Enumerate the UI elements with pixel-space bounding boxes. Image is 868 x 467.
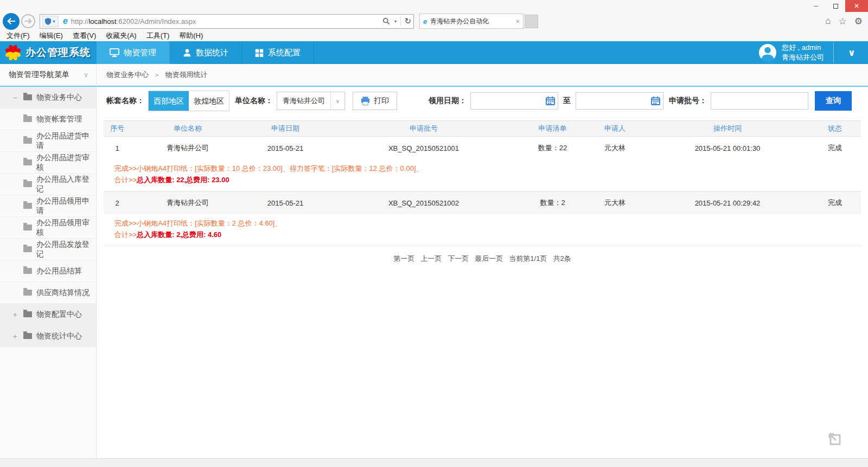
- sidebar-title: 物资管理导航菜单: [9, 70, 69, 80]
- address-divider: [400, 16, 401, 26]
- pagination-prev[interactable]: 上一页: [420, 254, 442, 264]
- search-icon[interactable]: [382, 17, 390, 25]
- nav-item-label: 系统配置: [268, 48, 301, 58]
- minimize-button[interactable]: ─: [806, 0, 826, 12]
- sidebar-item-purchase-audit[interactable]: 办公用品进货审核: [0, 152, 96, 174]
- nav-item-materials[interactable]: 物资管理: [97, 41, 170, 64]
- menu-tools[interactable]: 工具(T): [146, 31, 170, 41]
- pagination-last[interactable]: 最后一页: [475, 254, 503, 264]
- blocks-icon: [255, 48, 264, 57]
- search-button[interactable]: 查询: [815, 91, 852, 111]
- back-button[interactable]: [3, 13, 20, 30]
- expand-sign: +: [11, 332, 19, 341]
- nav-item-system-config[interactable]: 系统配置: [242, 41, 314, 64]
- cell-op-time: 2015-05-21 00:29:42: [646, 199, 809, 207]
- tab-favicon-icon: e: [423, 17, 427, 25]
- security-zone-button[interactable]: ▼: [42, 16, 59, 27]
- browser-menubar: 文件(F) 编辑(E) 查看(V) 收藏夹(A) 工具(T) 帮助(H): [0, 30, 868, 41]
- cell-batch-no: XB_SQ_20150521002: [326, 199, 521, 207]
- breadcrumb-parent[interactable]: 物资业务中心: [106, 70, 149, 80]
- user-divider: [833, 42, 834, 63]
- unit-name-label: 单位名称：: [235, 96, 273, 106]
- folder-icon: [23, 311, 32, 317]
- print-button[interactable]: 打印: [353, 92, 397, 110]
- star-icon[interactable]: ☆: [839, 16, 847, 27]
- sidebar-item-settlement[interactable]: 办公用品结算: [0, 260, 96, 282]
- user-menu[interactable]: 您好 , admin 青海钻井公司 ∨: [758, 41, 868, 64]
- detail-total-prefix: 合计>>: [114, 231, 137, 239]
- folder-icon: [23, 290, 32, 296]
- menu-file[interactable]: 文件(F): [7, 31, 30, 41]
- cell-apply-list: 数量：22: [521, 143, 584, 153]
- sidebar-chevron-down-icon: ∨: [84, 71, 88, 79]
- cell-apply-list: 数量：2: [521, 198, 584, 208]
- url-text: http://localhost:62002/Admin/Index.aspx: [71, 17, 196, 25]
- folder-icon: [23, 116, 32, 122]
- menu-help[interactable]: 帮助(H): [179, 31, 203, 41]
- home-icon[interactable]: ⌂: [825, 16, 831, 27]
- filter-bar: 帐套名称： 西部地区 敦煌地区 单位名称： 青海钻井公司 ∨ 打印 领用日期：: [97, 87, 868, 115]
- tab-west-region[interactable]: 西部地区: [149, 91, 189, 111]
- folder-icon: [23, 203, 32, 209]
- batch-no-field[interactable]: [711, 92, 808, 110]
- sidebar-item-purchase-apply[interactable]: 办公用品进货申请: [0, 130, 96, 152]
- batch-no-label: 申请批号：: [669, 96, 707, 106]
- date-from-field[interactable]: [470, 92, 558, 110]
- folder-icon: [23, 138, 32, 144]
- calendar-icon[interactable]: [651, 97, 660, 105]
- col-apply-list: 申请清单: [521, 124, 584, 133]
- tab-dunhuang-region[interactable]: 敦煌地区: [189, 91, 229, 111]
- pagination-next[interactable]: 下一页: [448, 254, 469, 264]
- forward-button[interactable]: [21, 14, 35, 28]
- search-caret-icon[interactable]: ▼: [393, 20, 397, 23]
- cell-apply-date: 2015-05-21: [245, 144, 326, 152]
- unit-select[interactable]: 青海钻井公司 ∨: [277, 92, 345, 110]
- menu-view[interactable]: 查看(V): [73, 31, 96, 41]
- chevron-down-icon[interactable]: ∨: [839, 47, 865, 59]
- restore-icon: [833, 4, 838, 9]
- date-to-label: 至: [563, 96, 571, 106]
- menu-favorites[interactable]: 收藏夹(A): [106, 31, 136, 41]
- date-from-input[interactable]: [471, 93, 546, 109]
- sidebar-item-config-center[interactable]: + 物资配置中心: [0, 304, 96, 325]
- sidebar-item-supplier-settlement[interactable]: 供应商结算情况: [0, 282, 96, 304]
- select-chevron-down-icon[interactable]: ∨: [330, 92, 344, 110]
- detail-total-value: 总入库数量: 22,总费用: 23.00: [137, 176, 229, 184]
- refresh-icon[interactable]: ↻: [404, 16, 411, 26]
- menu-edit[interactable]: 编辑(E): [40, 31, 63, 41]
- sidebar-header[interactable]: 物资管理导航菜单 ∨: [0, 64, 96, 87]
- page-scale-icon[interactable]: [825, 429, 844, 451]
- pagination-total: 共2条: [553, 254, 571, 264]
- nav-item-statistics[interactable]: 数据统计: [170, 41, 242, 64]
- cell-op-time: 2015-05-21 00:01:30: [646, 144, 809, 152]
- nav-item-label: 物资管理: [124, 48, 156, 58]
- main-area: 物资管理导航菜单 ∨ − 物资业务中心 物资帐套管理 办公用品进货申请 办公用品…: [0, 64, 868, 458]
- new-tab-button[interactable]: [525, 15, 538, 28]
- close-button[interactable]: ✕: [845, 0, 868, 12]
- tab-close-icon[interactable]: ×: [515, 17, 520, 25]
- sidebar-item-stats-center[interactable]: + 物资统计中心: [0, 325, 96, 347]
- print-label: 打印: [374, 96, 389, 106]
- sidebar-item-claim-apply[interactable]: 办公用品领用申请: [0, 195, 96, 217]
- browser-tab[interactable]: e 青海钻井办公自动化 ×: [419, 14, 524, 29]
- account-set-label: 帐套名称：: [106, 96, 144, 106]
- col-op-time: 操作时间: [646, 124, 809, 133]
- sidebar-item-claim-audit[interactable]: 办公用品领用审核: [0, 217, 96, 239]
- sidebar-item-business-center[interactable]: − 物资业务中心: [0, 87, 96, 108]
- sidebar-item-label: 物资统计中心: [36, 331, 82, 341]
- date-to-input[interactable]: [576, 93, 651, 109]
- batch-no-input[interactable]: [711, 93, 808, 109]
- status-badge: 完成: [809, 143, 861, 153]
- gear-icon[interactable]: ⚙: [854, 16, 863, 27]
- url-field[interactable]: ▼ e http://localhost:62002/Admin/Index.a…: [40, 14, 414, 29]
- table-row: 2 青海钻井公司 2015-05-21 XB_SQ_20150521002 数量…: [104, 191, 861, 214]
- address-field-icons: ▼ ↻: [382, 16, 411, 26]
- sidebar-item-account-mgmt[interactable]: 物资帐套管理: [0, 108, 96, 130]
- date-to-field[interactable]: [576, 92, 663, 110]
- pagination-first[interactable]: 第一页: [393, 254, 414, 264]
- window-titlebar: ─ ✕: [0, 0, 868, 12]
- sidebar-item-inbound-register[interactable]: 办公用品入库登记: [0, 174, 96, 195]
- sidebar-item-issue-register[interactable]: 办公用品发放登记: [0, 239, 96, 260]
- calendar-icon[interactable]: [546, 97, 555, 105]
- maximize-button[interactable]: [826, 0, 845, 12]
